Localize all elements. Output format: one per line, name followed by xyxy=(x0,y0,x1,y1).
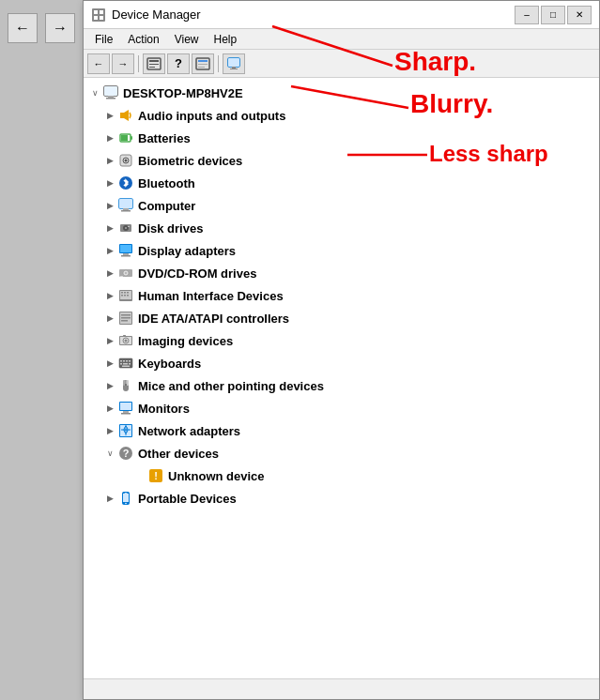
window-title: Device Manager xyxy=(112,8,515,22)
close-button[interactable]: ✕ xyxy=(567,6,592,24)
keyboards-icon xyxy=(117,355,134,372)
root-icon xyxy=(102,84,119,101)
tree-node-keyboards[interactable]: ▶ Keyboards xyxy=(84,352,599,374)
tree-node-bluetooth[interactable]: ▶ Bluetooth xyxy=(84,172,599,194)
tree-node-biometric[interactable]: ▶ Biometric devices xyxy=(84,149,599,172)
nav-area: ← → xyxy=(0,0,83,56)
refresh-icon xyxy=(195,57,210,70)
imaging-expander[interactable]: ▶ xyxy=(102,333,117,348)
tree-node-unknown[interactable]: ▶ ! Unknown device xyxy=(84,464,599,487)
svg-text:?: ? xyxy=(123,448,130,459)
other-label: Other devices xyxy=(138,447,219,461)
svg-rect-49 xyxy=(124,292,126,294)
svg-rect-52 xyxy=(124,295,126,297)
svg-rect-25 xyxy=(131,136,132,140)
mice-expander[interactable]: ▶ xyxy=(102,378,117,393)
svg-rect-21 xyxy=(120,113,124,118)
tree-node-network[interactable]: ▶ Network adapters xyxy=(84,419,599,442)
toolbar-back-icon: ← xyxy=(94,58,104,69)
tree-node-other[interactable]: ∨ ? Other devices xyxy=(84,442,599,464)
monitors-expander[interactable]: ▶ xyxy=(102,401,117,416)
mice-icon xyxy=(117,377,134,394)
svg-rect-45 xyxy=(120,276,123,277)
disk-expander[interactable]: ▶ xyxy=(102,221,117,236)
bluetooth-expander[interactable]: ▶ xyxy=(102,175,117,190)
portable-icon xyxy=(117,490,134,507)
imaging-label: Imaging devices xyxy=(138,334,233,348)
svg-rect-68 xyxy=(129,360,131,362)
bluetooth-label: Bluetooth xyxy=(138,176,195,190)
network-icon xyxy=(117,422,134,439)
network-expander[interactable]: ▶ xyxy=(102,423,117,438)
window-controls: – □ ✕ xyxy=(515,6,592,24)
computer-icon xyxy=(117,197,134,214)
ide-expander[interactable]: ▶ xyxy=(102,311,117,326)
tree-node-portable[interactable]: ▶ Portable Devices xyxy=(84,487,599,510)
tree-node-computer[interactable]: ▶ Computer xyxy=(84,194,599,217)
toolbar-separator-2 xyxy=(218,55,219,72)
ide-label: IDE ATA/ATAPI controllers xyxy=(138,312,289,326)
svg-rect-67 xyxy=(126,360,128,362)
svg-rect-32 xyxy=(123,208,129,210)
dvd-icon xyxy=(117,265,134,282)
tree-node-dvd[interactable]: ▶ DVD/CD-ROM drives xyxy=(84,262,599,284)
portable-expander[interactable]: ▶ xyxy=(102,491,117,506)
toolbar-forward-button[interactable]: → xyxy=(112,53,134,74)
disk-icon xyxy=(117,220,134,236)
tree-node-batteries[interactable]: ▶ Batteries xyxy=(84,127,599,149)
monitors-icon xyxy=(117,400,134,417)
tree-node-display[interactable]: ▶ Display adapters xyxy=(84,239,599,262)
display-label: Display adapters xyxy=(138,244,236,258)
toolbar-help-button[interactable]: ? xyxy=(167,53,190,74)
root-expander[interactable]: ∨ xyxy=(87,85,102,100)
svg-rect-93 xyxy=(125,493,128,494)
hid-expander[interactable]: ▶ xyxy=(102,288,117,303)
unknown-icon: ! xyxy=(147,467,164,484)
tree-node-mice[interactable]: ▶ Mice and other pointing devices xyxy=(84,374,599,397)
svg-rect-91 xyxy=(123,494,129,502)
tree-node-disk[interactable]: ▶ Disk drives xyxy=(84,217,599,239)
tree-root[interactable]: ∨ DESKTOP-MP8HV2E xyxy=(84,82,599,104)
computer-expander[interactable]: ▶ xyxy=(102,198,117,213)
menu-view[interactable]: View xyxy=(167,31,207,48)
toolbar: ← → ? xyxy=(84,50,599,78)
toolbar-back-button[interactable]: ← xyxy=(87,53,110,74)
minimize-button[interactable]: – xyxy=(515,6,539,24)
svg-rect-15 xyxy=(232,67,236,68)
hid-label: Human Interface Devices xyxy=(138,289,284,303)
toolbar-properties-button[interactable] xyxy=(143,53,165,74)
dvd-label: DVD/CD-ROM drives xyxy=(138,266,256,281)
tree-node-ide[interactable]: ▶ IDE ATA/ATAPI controllers xyxy=(84,307,599,329)
maximize-button[interactable]: □ xyxy=(541,6,565,24)
menu-help[interactable]: Help xyxy=(207,31,245,48)
audio-icon xyxy=(117,107,134,124)
svg-point-36 xyxy=(125,227,127,229)
forward-button[interactable]: → xyxy=(45,13,75,43)
menu-action[interactable]: Action xyxy=(120,31,166,48)
svg-rect-58 xyxy=(121,320,128,322)
toolbar-monitor-button[interactable] xyxy=(223,53,245,74)
other-expander[interactable]: ∨ xyxy=(102,446,117,461)
svg-point-92 xyxy=(125,503,127,505)
biometric-expander[interactable]: ▶ xyxy=(102,153,117,168)
audio-expander[interactable]: ▶ xyxy=(102,108,117,123)
menu-file[interactable]: File xyxy=(87,31,120,48)
display-icon xyxy=(117,242,134,259)
portable-label: Portable Devices xyxy=(138,492,237,506)
tree-node-hid[interactable]: ▶ Human Interface Devices xyxy=(84,284,599,307)
tree-node-imaging[interactable]: ▶ Imaging devices xyxy=(84,329,599,352)
svg-rect-50 xyxy=(127,292,129,294)
batteries-expander[interactable]: ▶ xyxy=(102,130,117,145)
network-label: Network adapters xyxy=(138,424,240,438)
back-button[interactable]: ← xyxy=(8,13,38,43)
toolbar-refresh-button[interactable] xyxy=(192,53,214,74)
tree-node-audio[interactable]: ▶ Audio inputs and outputs xyxy=(84,104,599,127)
keyboards-expander[interactable]: ▶ xyxy=(102,356,117,371)
biometric-label: Biometric devices xyxy=(138,154,242,168)
tree-node-monitors[interactable]: ▶ Monitors xyxy=(84,397,599,419)
display-expander[interactable]: ▶ xyxy=(102,243,117,258)
svg-rect-12 xyxy=(198,67,205,68)
back-icon: ← xyxy=(15,20,30,37)
dvd-expander[interactable]: ▶ xyxy=(102,266,117,281)
tree-area[interactable]: ∨ DESKTOP-MP8HV2E ▶ Audio xyxy=(84,78,599,678)
